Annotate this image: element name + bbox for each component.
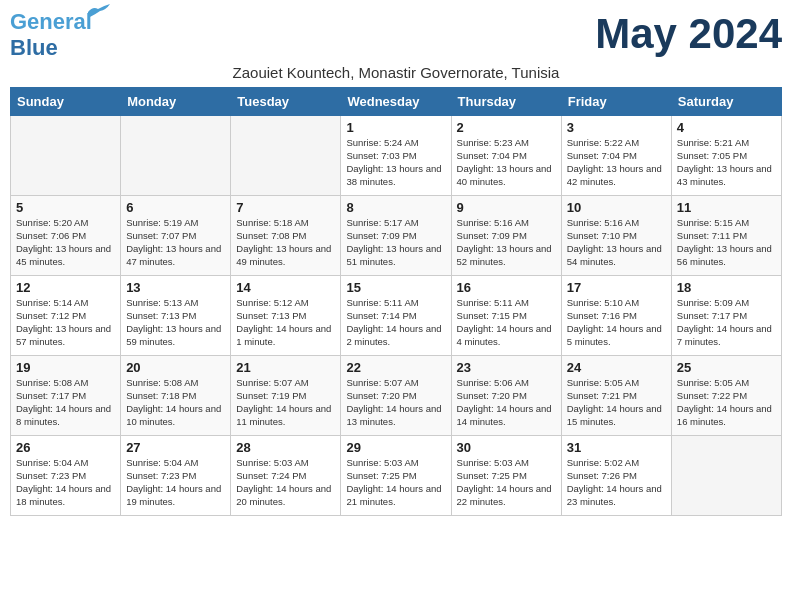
- day-number: 18: [677, 280, 776, 295]
- day-info: Sunrise: 5:04 AMSunset: 7:23 PMDaylight:…: [126, 457, 225, 508]
- calendar-cell: 30Sunrise: 5:03 AMSunset: 7:25 PMDayligh…: [451, 436, 561, 516]
- weekday-header: Wednesday: [341, 88, 451, 116]
- subtitle: Zaouiet Kountech, Monastir Governorate, …: [10, 64, 782, 81]
- calendar-cell: 1Sunrise: 5:24 AMSunset: 7:03 PMDaylight…: [341, 116, 451, 196]
- day-number: 11: [677, 200, 776, 215]
- calendar-cell: 23Sunrise: 5:06 AMSunset: 7:20 PMDayligh…: [451, 356, 561, 436]
- calendar-cell: 31Sunrise: 5:02 AMSunset: 7:26 PMDayligh…: [561, 436, 671, 516]
- day-number: 15: [346, 280, 445, 295]
- calendar-week-row: 26Sunrise: 5:04 AMSunset: 7:23 PMDayligh…: [11, 436, 782, 516]
- day-number: 22: [346, 360, 445, 375]
- day-info: Sunrise: 5:13 AMSunset: 7:13 PMDaylight:…: [126, 297, 225, 348]
- day-info: Sunrise: 5:08 AMSunset: 7:18 PMDaylight:…: [126, 377, 225, 428]
- calendar-cell: 12Sunrise: 5:14 AMSunset: 7:12 PMDayligh…: [11, 276, 121, 356]
- day-number: 5: [16, 200, 115, 215]
- calendar-cell: 8Sunrise: 5:17 AMSunset: 7:09 PMDaylight…: [341, 196, 451, 276]
- calendar-cell: 27Sunrise: 5:04 AMSunset: 7:23 PMDayligh…: [121, 436, 231, 516]
- day-number: 31: [567, 440, 666, 455]
- calendar-cell: 22Sunrise: 5:07 AMSunset: 7:20 PMDayligh…: [341, 356, 451, 436]
- day-number: 16: [457, 280, 556, 295]
- day-info: Sunrise: 5:07 AMSunset: 7:19 PMDaylight:…: [236, 377, 335, 428]
- day-number: 8: [346, 200, 445, 215]
- calendar-cell: 7Sunrise: 5:18 AMSunset: 7:08 PMDaylight…: [231, 196, 341, 276]
- day-number: 26: [16, 440, 115, 455]
- day-number: 29: [346, 440, 445, 455]
- calendar-table: SundayMondayTuesdayWednesdayThursdayFrid…: [10, 87, 782, 516]
- calendar-cell: 3Sunrise: 5:22 AMSunset: 7:04 PMDaylight…: [561, 116, 671, 196]
- calendar-cell: 2Sunrise: 5:23 AMSunset: 7:04 PMDaylight…: [451, 116, 561, 196]
- calendar-cell: 14Sunrise: 5:12 AMSunset: 7:13 PMDayligh…: [231, 276, 341, 356]
- day-info: Sunrise: 5:06 AMSunset: 7:20 PMDaylight:…: [457, 377, 556, 428]
- calendar-cell: 18Sunrise: 5:09 AMSunset: 7:17 PMDayligh…: [671, 276, 781, 356]
- day-info: Sunrise: 5:21 AMSunset: 7:05 PMDaylight:…: [677, 137, 776, 188]
- weekday-header-row: SundayMondayTuesdayWednesdayThursdayFrid…: [11, 88, 782, 116]
- calendar-cell: 20Sunrise: 5:08 AMSunset: 7:18 PMDayligh…: [121, 356, 231, 436]
- day-number: 25: [677, 360, 776, 375]
- day-number: 6: [126, 200, 225, 215]
- day-info: Sunrise: 5:18 AMSunset: 7:08 PMDaylight:…: [236, 217, 335, 268]
- calendar-cell: 25Sunrise: 5:05 AMSunset: 7:22 PMDayligh…: [671, 356, 781, 436]
- calendar-cell: 13Sunrise: 5:13 AMSunset: 7:13 PMDayligh…: [121, 276, 231, 356]
- day-info: Sunrise: 5:14 AMSunset: 7:12 PMDaylight:…: [16, 297, 115, 348]
- day-info: Sunrise: 5:05 AMSunset: 7:21 PMDaylight:…: [567, 377, 666, 428]
- calendar-cell: 16Sunrise: 5:11 AMSunset: 7:15 PMDayligh…: [451, 276, 561, 356]
- calendar-cell: 28Sunrise: 5:03 AMSunset: 7:24 PMDayligh…: [231, 436, 341, 516]
- day-number: 27: [126, 440, 225, 455]
- day-number: 9: [457, 200, 556, 215]
- calendar-cell: [11, 116, 121, 196]
- day-info: Sunrise: 5:23 AMSunset: 7:04 PMDaylight:…: [457, 137, 556, 188]
- day-info: Sunrise: 5:16 AMSunset: 7:10 PMDaylight:…: [567, 217, 666, 268]
- day-info: Sunrise: 5:10 AMSunset: 7:16 PMDaylight:…: [567, 297, 666, 348]
- calendar-cell: 21Sunrise: 5:07 AMSunset: 7:19 PMDayligh…: [231, 356, 341, 436]
- weekday-header: Thursday: [451, 88, 561, 116]
- day-info: Sunrise: 5:05 AMSunset: 7:22 PMDaylight:…: [677, 377, 776, 428]
- month-title: May 2024: [595, 10, 782, 58]
- day-info: Sunrise: 5:03 AMSunset: 7:25 PMDaylight:…: [457, 457, 556, 508]
- day-number: 1: [346, 120, 445, 135]
- calendar-cell: 26Sunrise: 5:04 AMSunset: 7:23 PMDayligh…: [11, 436, 121, 516]
- calendar-cell: 4Sunrise: 5:21 AMSunset: 7:05 PMDaylight…: [671, 116, 781, 196]
- day-number: 30: [457, 440, 556, 455]
- day-info: Sunrise: 5:19 AMSunset: 7:07 PMDaylight:…: [126, 217, 225, 268]
- day-number: 10: [567, 200, 666, 215]
- calendar-cell: [671, 436, 781, 516]
- calendar-cell: 10Sunrise: 5:16 AMSunset: 7:10 PMDayligh…: [561, 196, 671, 276]
- calendar-cell: 19Sunrise: 5:08 AMSunset: 7:17 PMDayligh…: [11, 356, 121, 436]
- weekday-header: Saturday: [671, 88, 781, 116]
- day-number: 17: [567, 280, 666, 295]
- day-number: 7: [236, 200, 335, 215]
- logo-text2: Blue: [10, 36, 58, 60]
- day-number: 14: [236, 280, 335, 295]
- day-info: Sunrise: 5:02 AMSunset: 7:26 PMDaylight:…: [567, 457, 666, 508]
- calendar-cell: 15Sunrise: 5:11 AMSunset: 7:14 PMDayligh…: [341, 276, 451, 356]
- calendar-week-row: 12Sunrise: 5:14 AMSunset: 7:12 PMDayligh…: [11, 276, 782, 356]
- day-number: 28: [236, 440, 335, 455]
- page-header: General Blue May 2024: [10, 10, 782, 60]
- bird-icon: [88, 4, 110, 18]
- weekday-header: Tuesday: [231, 88, 341, 116]
- calendar-cell: [121, 116, 231, 196]
- day-info: Sunrise: 5:20 AMSunset: 7:06 PMDaylight:…: [16, 217, 115, 268]
- calendar-week-row: 19Sunrise: 5:08 AMSunset: 7:17 PMDayligh…: [11, 356, 782, 436]
- day-number: 2: [457, 120, 556, 135]
- day-info: Sunrise: 5:09 AMSunset: 7:17 PMDaylight:…: [677, 297, 776, 348]
- day-info: Sunrise: 5:15 AMSunset: 7:11 PMDaylight:…: [677, 217, 776, 268]
- day-number: 19: [16, 360, 115, 375]
- calendar-cell: 9Sunrise: 5:16 AMSunset: 7:09 PMDaylight…: [451, 196, 561, 276]
- calendar-cell: 11Sunrise: 5:15 AMSunset: 7:11 PMDayligh…: [671, 196, 781, 276]
- weekday-header: Friday: [561, 88, 671, 116]
- logo-text: General: [10, 9, 92, 34]
- weekday-header: Sunday: [11, 88, 121, 116]
- day-number: 21: [236, 360, 335, 375]
- day-info: Sunrise: 5:07 AMSunset: 7:20 PMDaylight:…: [346, 377, 445, 428]
- day-info: Sunrise: 5:22 AMSunset: 7:04 PMDaylight:…: [567, 137, 666, 188]
- day-number: 23: [457, 360, 556, 375]
- day-info: Sunrise: 5:03 AMSunset: 7:24 PMDaylight:…: [236, 457, 335, 508]
- calendar-week-row: 5Sunrise: 5:20 AMSunset: 7:06 PMDaylight…: [11, 196, 782, 276]
- day-info: Sunrise: 5:03 AMSunset: 7:25 PMDaylight:…: [346, 457, 445, 508]
- day-info: Sunrise: 5:11 AMSunset: 7:14 PMDaylight:…: [346, 297, 445, 348]
- calendar-cell: [231, 116, 341, 196]
- logo: General Blue: [10, 10, 92, 60]
- calendar-cell: 17Sunrise: 5:10 AMSunset: 7:16 PMDayligh…: [561, 276, 671, 356]
- day-info: Sunrise: 5:04 AMSunset: 7:23 PMDaylight:…: [16, 457, 115, 508]
